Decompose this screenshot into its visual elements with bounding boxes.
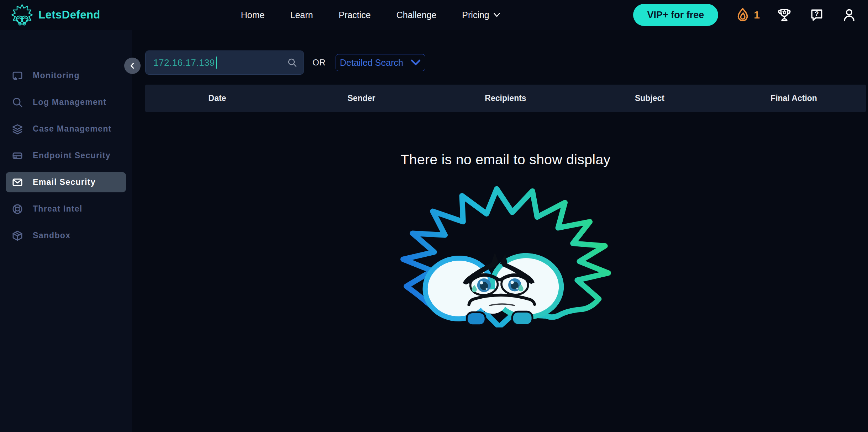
magnifier-icon (11, 96, 23, 108)
streak-count: 1 (754, 9, 760, 21)
sidebar-item-email-security[interactable]: Email Security (6, 172, 126, 192)
empty-state-message: There is no email to show display (145, 152, 866, 167)
vip-for-free-button[interactable]: VIP+ for free (633, 4, 719, 26)
sidebar-item-case-management[interactable]: Case Management (6, 119, 126, 139)
column-header-date[interactable]: Date (145, 94, 289, 103)
flame-icon (735, 7, 751, 23)
hedgehog-logo-icon (11, 4, 33, 26)
column-header-recipients[interactable]: Recipients (433, 94, 578, 103)
screen-share-icon (11, 70, 23, 82)
sidebar: Monitoring Log Management Case Managemen… (0, 30, 132, 432)
empty-state: There is no email to show display (145, 152, 866, 327)
text-caret (216, 57, 217, 69)
main-content: 172.16.17.139 OR Detailed Search Date Se… (132, 30, 868, 432)
detailed-search-dropdown[interactable]: Detailed Search (336, 54, 425, 71)
nav-item-learn[interactable]: Learn (290, 10, 313, 20)
column-header-sender[interactable]: Sender (289, 94, 433, 103)
sidebar-item-endpoint-security[interactable]: Endpoint Security (6, 145, 126, 166)
column-header-subject[interactable]: Subject (578, 94, 722, 103)
chevron-down-icon (493, 12, 501, 18)
brand-name: LetsDefend (38, 9, 100, 21)
lifebuoy-icon (11, 203, 23, 215)
sad-hedgehog-mascot (394, 183, 618, 327)
nav-item-challenge[interactable]: Challenge (396, 10, 437, 20)
search-row: 172.16.17.139 OR Detailed Search (145, 50, 866, 75)
or-label: OR (312, 58, 326, 68)
email-table-header: Date Sender Recipients Subject Final Act… (145, 85, 866, 112)
nav-item-home[interactable]: Home (241, 10, 265, 20)
sidebar-item-sandbox[interactable]: Sandbox (6, 225, 126, 246)
search-icon[interactable] (286, 57, 298, 68)
brand-logo[interactable]: LetsDefend (11, 4, 100, 26)
user-icon (841, 7, 857, 23)
sidebar-item-threat-intel[interactable]: Threat Intel (6, 199, 126, 219)
top-navbar: LetsDefend Home Learn Practice Challenge… (0, 0, 868, 30)
layers-icon (11, 123, 23, 135)
trophy-icon (776, 7, 793, 23)
nav-item-pricing[interactable]: Pricing (462, 10, 500, 20)
streak-indicator[interactable]: 1 (735, 7, 760, 23)
search-input-value: 172.16.17.139 (153, 57, 215, 68)
sidebar-collapse-button[interactable] (124, 58, 141, 74)
chevron-left-icon (128, 62, 136, 70)
profile-button[interactable] (841, 7, 857, 23)
chevron-down-icon (410, 59, 421, 66)
nav-item-practice[interactable]: Practice (338, 10, 370, 20)
search-input[interactable]: 172.16.17.139 (145, 50, 304, 75)
navbar-actions: VIP+ for free 1 (633, 4, 858, 26)
svg-text:?: ? (815, 10, 819, 17)
sidebar-item-monitoring[interactable]: Monitoring (6, 65, 126, 86)
hard-drive-icon (11, 150, 23, 162)
cube-icon (11, 230, 23, 242)
mail-icon (11, 176, 23, 188)
main-nav: Home Learn Practice Challenge Pricing (241, 10, 501, 20)
sidebar-item-log-management[interactable]: Log Management (6, 92, 126, 112)
help-button[interactable]: ? (809, 7, 825, 23)
rank-button[interactable] (776, 7, 793, 23)
column-header-final-action[interactable]: Final Action (722, 94, 866, 103)
question-bubble-icon: ? (809, 7, 825, 23)
